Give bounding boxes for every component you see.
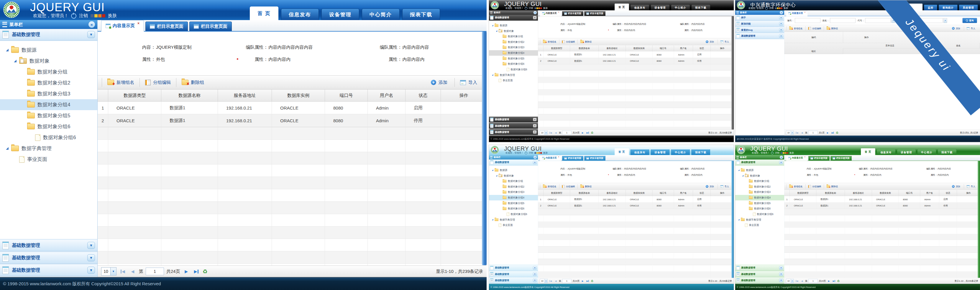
toolbar-button[interactable]: 导入 — [718, 40, 732, 44]
table-row[interactable]: 2 ORACLE 数据源1 192.168.0.21 ORACLE 8080 A… — [98, 114, 487, 127]
tree-expand-icon[interactable] — [22, 70, 24, 73]
tree-node[interactable]: 数据对象分组5 — [489, 200, 538, 206]
toolbar-button[interactable]: 导入 — [455, 78, 482, 87]
change-skin-link[interactable]: 换肤 — [789, 152, 794, 154]
page-size-select[interactable]: 10 ▼ — [786, 131, 794, 135]
accordion-toggle-button[interactable]: ▼ — [779, 16, 783, 19]
first-page-button[interactable]: ◀ — [549, 279, 553, 283]
toolbar-button[interactable]: 分组编辑 — [805, 26, 824, 31]
toolbar-button[interactable]: 添加 — [703, 40, 717, 44]
accordion-toggle-button[interactable]: ▼ — [533, 130, 537, 134]
search-input[interactable] — [830, 18, 856, 23]
search-input[interactable] — [865, 18, 891, 23]
tree-expand-icon[interactable] — [500, 197, 501, 199]
table-row[interactable]: 1 ORACLE 数据源1 192.168.0.21 ORACLE 8080 A… — [784, 196, 980, 203]
page-size-select[interactable]: 10 ▼ — [540, 279, 548, 283]
content-tab[interactable]: 内容显示页 × — [540, 10, 562, 16]
tree-node[interactable]: 数据对象分组6 — [0, 121, 97, 132]
tree-node[interactable]: 数据对象分组2 — [489, 39, 538, 45]
last-page-button[interactable]: ▶ — [832, 279, 836, 283]
tree-node[interactable]: 数据源 — [489, 23, 538, 28]
nav-tab[interactable]: 报表下载 — [937, 149, 956, 155]
toolbar-button[interactable]: 删除组 — [578, 184, 594, 189]
accordion-toggle-button[interactable]: ▼ — [779, 28, 783, 32]
sidebar-collapse-button[interactable]: « — [780, 155, 783, 159]
tree-node[interactable]: 数据字典管理 — [0, 143, 97, 154]
tree-node[interactable]: 数据对象分组6 — [489, 67, 538, 72]
accordion-header[interactable]: 基础数据管理 ▼ — [489, 277, 538, 284]
tree-node[interactable]: 数据对象分组6 — [489, 211, 538, 217]
tree-node[interactable]: 事业页面 — [489, 223, 538, 228]
next-page-button[interactable]: ▶ — [826, 131, 830, 135]
toolbar-button[interactable]: 分组编辑 — [559, 40, 578, 44]
sidebar-collapse-button[interactable]: « — [89, 21, 95, 28]
page-size-select[interactable]: 10 ▼ — [786, 279, 794, 283]
tree-expand-icon[interactable] — [6, 49, 8, 51]
content-tab[interactable]: 栏目示意页面 × — [145, 22, 188, 31]
tree-expand-icon[interactable] — [22, 125, 24, 128]
tree-expand-icon[interactable] — [6, 147, 8, 150]
tab-close-icon[interactable]: × — [137, 20, 140, 25]
previous-page-button[interactable]: ◀ — [554, 131, 558, 135]
tree-node[interactable]: 数据对象分组6 — [489, 61, 538, 67]
content-tab[interactable]: 栏目示意页面 × — [562, 11, 583, 16]
accordion-toggle-button[interactable]: ▼ — [87, 254, 95, 261]
page-size-select[interactable]: 10 ▼ — [540, 131, 548, 135]
accordion-toggle-button[interactable]: ▼ — [533, 279, 537, 282]
content-tab[interactable]: 栏目示意页面 × — [562, 156, 583, 161]
tree-expand-icon[interactable] — [500, 191, 501, 193]
tree-node[interactable]: 数据对象分组5 — [0, 110, 97, 121]
tree-expand-icon[interactable] — [500, 208, 501, 209]
tree-node[interactable]: 数据对象分组3 — [489, 189, 538, 195]
content-tab[interactable]: 栏目示意页面 × — [830, 156, 852, 161]
accordion-toggle-button[interactable]: ▼ — [87, 267, 95, 274]
accordion-header[interactable]: 基础数据管理 ▼ — [489, 265, 538, 271]
accordion-toggle-button[interactable]: ▼ — [533, 161, 537, 164]
last-page-button[interactable]: ▶ — [586, 131, 590, 135]
tree-expand-icon[interactable] — [22, 82, 24, 84]
tree-node[interactable]: 数据对象分组 — [735, 178, 784, 184]
accordion-header[interactable]: 基础数据管理 ▼ — [735, 265, 784, 271]
accordion-toggle-button[interactable]: ▼ — [779, 34, 783, 38]
accordion-toggle-button[interactable]: ▼ — [779, 279, 783, 282]
tree-expand-icon[interactable] — [496, 30, 498, 32]
table-row[interactable]: 1 ORACLE 数据源1 192.168.0.21 ORACLE 8080 A… — [538, 51, 733, 58]
tree-expand-icon[interactable] — [746, 197, 748, 199]
toolbar-button[interactable]: 删除组 — [578, 40, 594, 44]
accordion-header[interactable]: 修复的bug ▼ — [735, 27, 784, 33]
tree-node[interactable]: 数据对象分组2 — [489, 184, 538, 190]
tree-node[interactable]: 数据对象分组4 — [735, 195, 784, 200]
toolbar-button[interactable]: 删除组 — [824, 26, 840, 31]
tree-node[interactable]: 数据对象分组4 — [0, 99, 97, 110]
first-page-button[interactable]: ◀ — [795, 131, 799, 135]
toolbar-button[interactable]: 导入 — [964, 26, 978, 31]
tree-expand-icon[interactable] — [492, 25, 493, 26]
nav-tab[interactable]: 首 页 — [615, 3, 629, 10]
skin-swatches[interactable] — [781, 152, 788, 154]
tree-expand-icon[interactable] — [500, 63, 501, 65]
table-row[interactable]: 1 ORACLE 数据源1 192.168.0.21 ORACLE 8080 A… — [538, 196, 733, 203]
accordion-header[interactable]: 基础数据管理 ▼ — [0, 29, 97, 40]
tree-node[interactable]: 数据对象分组 — [489, 178, 538, 184]
tree-expand-icon[interactable] — [14, 60, 16, 62]
tab-close-icon[interactable]: × — [804, 11, 805, 13]
tree-node[interactable]: 数据对象分组6 — [489, 206, 538, 211]
nav-tab[interactable]: 设备管理 — [651, 149, 670, 155]
accordion-header[interactable]: 基础数据管理 ▼ — [489, 159, 538, 165]
toolbar-button[interactable]: 新增组名 — [540, 40, 559, 44]
tree-expand-icon[interactable] — [500, 36, 501, 37]
search-input[interactable] — [795, 18, 821, 23]
logout-link[interactable]: 注销 — [529, 152, 533, 154]
tree-node[interactable]: 数据对象分组3 — [489, 45, 538, 50]
refresh-icon[interactable]: ♻ — [591, 131, 593, 135]
nav-tab[interactable]: 信息发布 — [630, 5, 649, 11]
nav-tab[interactable]: 报表下载 — [402, 8, 440, 20]
tree-expand-icon[interactable] — [30, 136, 32, 139]
accordion-header[interactable]: 新加功能 ▼ — [735, 21, 784, 27]
skin-swatches[interactable] — [91, 14, 105, 18]
accordion-header[interactable]: 基础数据管理 ▼ — [489, 15, 538, 21]
toolbar-button[interactable]: 新增组名 — [786, 184, 805, 189]
tree-node[interactable]: 数据对象 — [489, 173, 538, 179]
page-number-input[interactable]: 1 — [808, 279, 818, 283]
content-tab[interactable]: 栏目示意页面 × — [189, 22, 232, 31]
